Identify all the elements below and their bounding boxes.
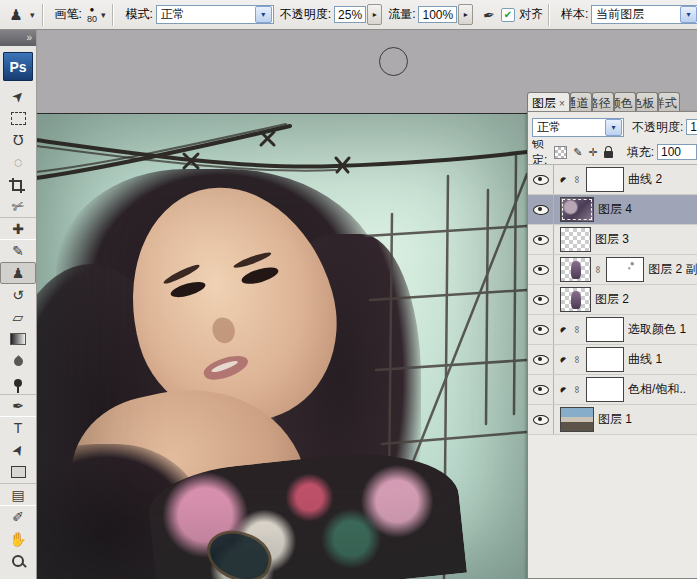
visibility-toggle[interactable]	[528, 315, 554, 344]
dodge-tool[interactable]	[0, 372, 36, 394]
tab-3[interactable]: 颜色	[614, 92, 636, 111]
chevron-down-icon[interactable]: ▾	[605, 119, 622, 136]
zoom-tool[interactable]	[0, 550, 36, 572]
layer-mask-thumbnail[interactable]	[586, 347, 624, 372]
layer-mask-thumbnail[interactable]	[586, 317, 624, 342]
tab-layers[interactable]: 图层×	[527, 92, 570, 111]
clone-stamp-tool[interactable]: ♟	[0, 262, 36, 284]
layer-name[interactable]: 图层 4	[598, 201, 632, 218]
airbrush-icon[interactable]: ✒	[482, 6, 496, 24]
lock-move-icon[interactable]: ✛	[588, 146, 597, 159]
layer-thumbnail[interactable]	[560, 197, 594, 222]
clone-stamp-icon[interactable]: ♟	[4, 4, 28, 26]
layer-opacity-input[interactable]: 100	[686, 119, 697, 135]
shape-rect-tool[interactable]	[0, 461, 36, 483]
visibility-toggle[interactable]	[528, 285, 554, 314]
visibility-toggle[interactable]	[528, 375, 554, 404]
move-tool[interactable]: ➤	[0, 85, 36, 107]
palette-collapse-bar[interactable]: »	[0, 29, 36, 46]
notes-tool[interactable]: ▤	[0, 483, 36, 506]
layer-blend-mode-select[interactable]: 正常 ▾	[532, 118, 624, 137]
tool-preset-caret-icon[interactable]: ▾	[30, 10, 35, 20]
lasso-tool[interactable]: ℧	[0, 129, 36, 151]
adjustment-layer-icon[interactable]: ◐	[556, 321, 573, 338]
layer-name[interactable]: 图层 3	[595, 231, 629, 248]
layer-name[interactable]: 图层 2 副本	[648, 261, 697, 278]
link-icon[interactable]: ∞	[572, 325, 583, 334]
link-icon[interactable]: ∞	[572, 175, 583, 184]
blur-tool[interactable]	[0, 350, 36, 372]
gradient-tool[interactable]	[0, 328, 36, 350]
layer-row[interactable]: 图层 2	[528, 285, 697, 315]
align-checkbox[interactable]: ✔	[501, 8, 515, 22]
layer-name[interactable]: 曲线 1	[628, 351, 662, 368]
slice-tool[interactable]: ✄	[0, 195, 36, 217]
crop-tool[interactable]	[0, 173, 36, 195]
layer-mask-thumbnail[interactable]	[586, 377, 624, 402]
layer-row[interactable]: ◐∞曲线 1	[528, 345, 697, 375]
adjustment-layer-icon[interactable]: ◐	[556, 351, 573, 368]
layer-name[interactable]: 图层 1	[598, 411, 632, 428]
layer-row[interactable]: 图层 3	[528, 225, 697, 255]
flow-input[interactable]: 100%	[418, 6, 457, 23]
layer-row[interactable]: 图层 1	[528, 405, 697, 435]
marquee-tool[interactable]	[0, 107, 36, 129]
lock-paint-icon[interactable]: ✎	[573, 146, 582, 159]
layer-content: 图层 2	[554, 287, 629, 312]
quick-selection-tool[interactable]: ◌	[0, 151, 36, 173]
type-tool[interactable]: T	[0, 417, 36, 439]
document-canvas[interactable]	[36, 113, 527, 579]
close-icon[interactable]: ×	[559, 98, 565, 109]
pen-tool[interactable]: ✒	[0, 394, 36, 417]
layer-name[interactable]: 曲线 2	[628, 171, 662, 188]
lock-transparency-icon[interactable]	[554, 146, 567, 159]
layer-row[interactable]: ◐∞曲线 2	[528, 165, 697, 195]
brush-preset-picker[interactable]: ● 80	[87, 6, 97, 24]
visibility-toggle[interactable]	[528, 195, 554, 224]
brush-picker-caret-icon[interactable]: ▾	[101, 10, 106, 20]
hand-tool[interactable]: ✋	[0, 528, 36, 550]
chevron-down-icon[interactable]: ▾	[255, 6, 272, 23]
opacity-input[interactable]: 25%	[334, 6, 366, 23]
layer-thumbnail[interactable]	[560, 407, 594, 432]
layer-row[interactable]: ◐∞色相/饱和..	[528, 375, 697, 405]
visibility-toggle[interactable]	[528, 225, 554, 254]
sample-select[interactable]: 当前图层 ▾	[591, 5, 697, 24]
visibility-toggle[interactable]	[528, 165, 554, 194]
brush-tool[interactable]: ✎	[0, 240, 36, 262]
flow-spinner-icon[interactable]: ▸	[458, 4, 473, 25]
layer-thumbnail[interactable]	[560, 257, 591, 282]
layer-name[interactable]: 选取颜色 1	[628, 321, 686, 338]
visibility-toggle[interactable]	[528, 345, 554, 374]
layer-name[interactable]: 图层 2	[595, 291, 629, 308]
tab-2[interactable]: 路径	[592, 92, 614, 111]
fill-input[interactable]: 100	[657, 144, 697, 160]
link-icon[interactable]: ∞	[572, 355, 583, 364]
link-icon[interactable]: ∞	[572, 385, 583, 394]
adjustment-layer-icon[interactable]: ◐	[556, 171, 573, 188]
layer-thumbnail[interactable]	[560, 287, 591, 312]
tab-5[interactable]: 样式	[658, 92, 680, 111]
adjustment-layer-icon[interactable]: ◐	[556, 381, 573, 398]
layer-thumbnail[interactable]	[560, 227, 591, 252]
lock-all-icon[interactable]	[604, 151, 613, 158]
opacity-spinner-icon[interactable]: ▸	[367, 4, 382, 25]
layer-mask-thumbnail[interactable]	[586, 167, 624, 192]
layer-row[interactable]: ∞图层 2 副本	[528, 255, 697, 285]
chevron-down-icon[interactable]: ▾	[680, 6, 697, 23]
tab-1[interactable]: 通道	[570, 92, 592, 111]
path-selection-tool[interactable]: ➤	[0, 439, 36, 461]
blend-mode-select[interactable]: 正常 ▾	[156, 5, 274, 24]
tab-4[interactable]: 色板	[636, 92, 658, 111]
layer-mask-thumbnail[interactable]	[606, 257, 644, 282]
layer-row[interactable]: ◐∞选取颜色 1	[528, 315, 697, 345]
visibility-toggle[interactable]	[528, 255, 554, 284]
layer-row[interactable]: 图层 4	[528, 195, 697, 225]
eyedropper-tool[interactable]: ✐	[0, 506, 36, 528]
eraser-tool[interactable]: ▱	[0, 306, 36, 328]
link-icon[interactable]: ∞	[593, 266, 604, 273]
layer-name[interactable]: 色相/饱和..	[628, 381, 686, 398]
history-brush-tool[interactable]: ↺	[0, 284, 36, 306]
healing-brush-tool[interactable]: ✚	[0, 217, 36, 240]
visibility-toggle[interactable]	[528, 405, 554, 434]
